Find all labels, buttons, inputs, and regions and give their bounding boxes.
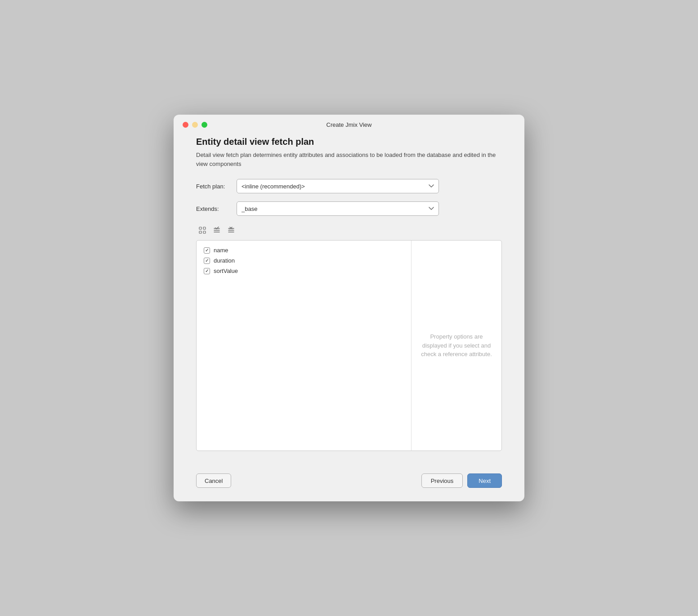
next-button[interactable]: Next [467,473,502,488]
checkbox-sortvalue[interactable] [204,268,210,274]
traffic-lights [183,122,207,128]
deselect-all-button[interactable] [225,224,237,237]
extends-row: Extends: _base _local _instance_name [196,201,502,216]
maximize-button[interactable] [201,122,207,128]
tree-item-name-label: name [214,247,228,254]
deselect-all-icon [227,226,235,234]
tree-container: name duration sortValue Property options… [196,240,502,451]
tree-item-duration-label: duration [214,257,235,264]
checkbox-name[interactable] [204,247,210,254]
property-options-panel: Property options are displayed if you se… [412,241,501,451]
tree-item-sortvalue-label: sortValue [214,268,238,274]
fetch-plan-row: Fetch plan: <inline (recommended)> _base… [196,179,502,193]
attributes-tree: name duration sortValue [197,241,412,451]
tree-item-duration: duration [197,255,411,266]
cancel-button[interactable]: Cancel [196,473,231,488]
dialog-footer: Cancel Previous Next [174,464,524,501]
close-button[interactable] [183,122,188,128]
expand-all-icon [198,226,206,234]
page-title: Entity detail view fetch plan [196,137,502,147]
fetch-plan-label: Fetch plan: [196,183,237,190]
main-content: Entity detail view fetch plan Detail vie… [174,132,524,464]
extends-select[interactable]: _base _local _instance_name [237,201,439,216]
page-description: Detail view fetch plan determines entity… [196,151,502,168]
property-hint-text: Property options are displayed if you se… [421,332,492,359]
minimize-button[interactable] [192,122,198,128]
dialog-window: Create Jmix View Entity detail view fetc… [174,115,524,501]
select-all-icon [213,226,221,234]
svg-rect-1 [199,231,201,233]
tree-item-name: name [197,245,411,255]
svg-rect-2 [203,227,206,229]
tree-item-sortvalue: sortValue [197,266,411,276]
navigation-buttons: Previous Next [421,473,502,488]
previous-button[interactable]: Previous [421,473,463,488]
select-all-button[interactable] [210,224,223,237]
title-bar: Create Jmix View [174,115,524,132]
extends-label: Extends: [196,205,237,212]
checkbox-duration[interactable] [204,258,210,264]
window-title: Create Jmix View [327,121,372,128]
expand-all-button[interactable] [196,224,209,237]
svg-rect-3 [203,231,206,233]
svg-rect-0 [199,227,201,229]
tree-toolbar [196,224,502,237]
fetch-plan-select[interactable]: <inline (recommended)> _base _instance_n… [237,179,439,193]
